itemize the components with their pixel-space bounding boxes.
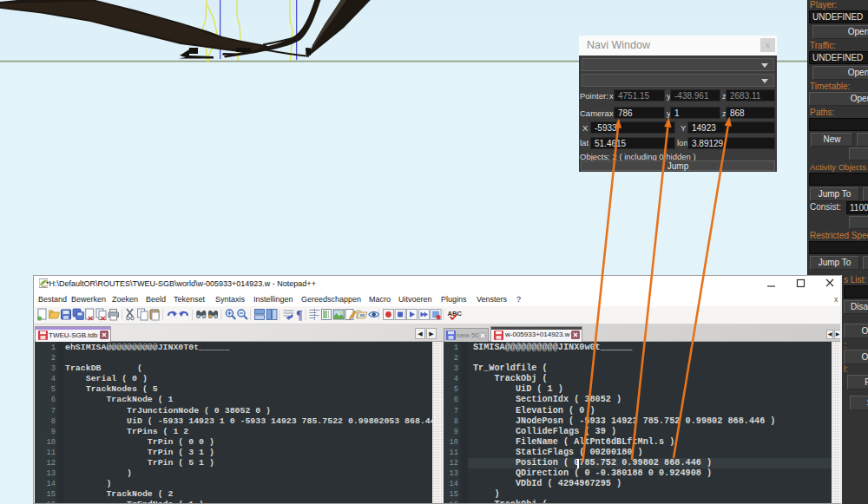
svg-text:¶: ¶: [296, 309, 303, 322]
